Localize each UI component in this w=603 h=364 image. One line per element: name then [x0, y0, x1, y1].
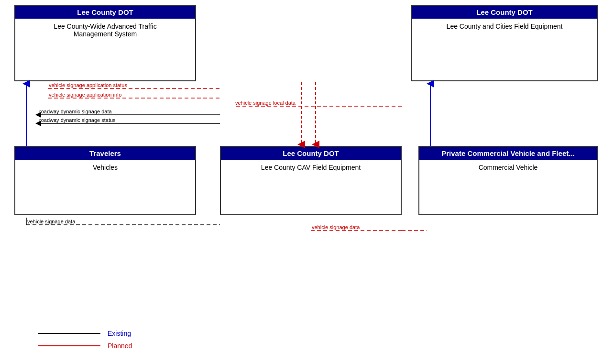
svg-text:vehicle signage data: vehicle signage data	[27, 219, 76, 224]
svg-text:roadway dynamic signage status: roadway dynamic signage status	[39, 117, 116, 123]
svg-text:vehicle signage application in: vehicle signage application info	[49, 92, 121, 98]
svg-text:vehicle signage application st: vehicle signage application status	[49, 82, 127, 88]
diagram-container: Lee County DOT Lee County-Wide Advanced …	[0, 0, 603, 364]
atms-body: Lee County-Wide Advanced TrafficManageme…	[15, 19, 195, 57]
planned-label: Planned	[108, 342, 132, 350]
svg-text:vehicle signage local data: vehicle signage local data	[235, 100, 296, 106]
commercial-node: Private Commercial Vehicle and Fleet... …	[418, 146, 598, 215]
vehicles-header: Travelers	[15, 147, 195, 160]
vehicles-body: Vehicles	[15, 160, 195, 198]
legend: Existing Planned	[38, 330, 132, 350]
field-equipment-node: Lee County DOT Lee County and Cities Fie…	[411, 5, 598, 81]
svg-text:vehicle signage data: vehicle signage data	[312, 224, 360, 230]
planned-line	[38, 345, 100, 346]
cav-body: Lee County CAV Field Equipment	[221, 160, 401, 198]
existing-line	[38, 333, 100, 334]
atms-header: Lee County DOT	[15, 6, 195, 19]
commercial-body: Commercial Vehicle	[419, 160, 597, 198]
vehicles-node: Travelers Vehicles	[14, 146, 196, 215]
existing-label: Existing	[108, 330, 131, 337]
field-equipment-body: Lee County and Cities Field Equipment	[412, 19, 597, 57]
commercial-header: Private Commercial Vehicle and Fleet...	[419, 147, 597, 160]
field-equipment-header: Lee County DOT	[412, 6, 597, 19]
legend-existing: Existing	[38, 330, 132, 337]
cav-node: Lee County DOT Lee County CAV Field Equi…	[220, 146, 402, 215]
svg-text:roadway dynamic signage data: roadway dynamic signage data	[39, 109, 112, 114]
atms-node: Lee County DOT Lee County-Wide Advanced …	[14, 5, 196, 81]
legend-planned: Planned	[38, 342, 132, 350]
cav-header: Lee County DOT	[221, 147, 401, 160]
